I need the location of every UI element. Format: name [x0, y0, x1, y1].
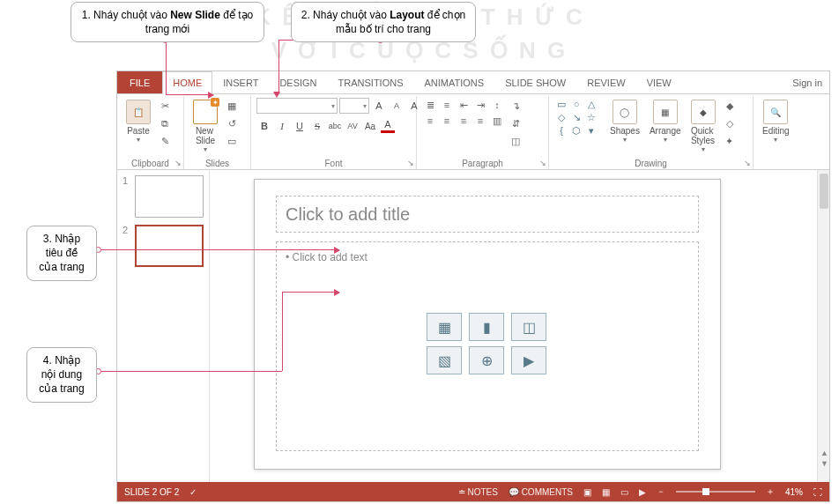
group-font: A A A B I U S abc AV Aa A Font ↘: [251, 96, 417, 169]
convert-smartart-button[interactable]: ◫: [508, 133, 523, 149]
line-spacing-button[interactable]: ↕: [489, 98, 505, 112]
notes-button[interactable]: ≐ NOTES: [458, 487, 498, 497]
tab-insert[interactable]: INSERT: [212, 71, 269, 93]
tab-animations[interactable]: ANIMATIONS: [414, 71, 495, 93]
callout-4: 4. Nhập nội dung của trang: [26, 347, 97, 403]
align-text-button[interactable]: ⇵: [508, 115, 523, 131]
grow-font-button[interactable]: A: [371, 98, 387, 114]
comments-button[interactable]: 💬 COMMENTS: [509, 487, 573, 497]
copy-button[interactable]: ⧉: [157, 115, 173, 131]
shadow-button[interactable]: abc: [327, 118, 343, 134]
quick-styles-button[interactable]: ◆ Quick Styles▾: [687, 98, 719, 155]
chevron-down-icon: ▾: [137, 136, 140, 144]
tab-review[interactable]: REVIEW: [576, 71, 635, 93]
italic-button[interactable]: I: [274, 118, 290, 134]
layout-button[interactable]: ▦: [224, 98, 240, 114]
tab-transitions[interactable]: TRANSITIONS: [328, 71, 414, 93]
slide-thumbnail-1[interactable]: [135, 175, 204, 218]
body-placeholder-text: • Click to add text: [286, 248, 689, 267]
tab-home[interactable]: HOME: [162, 71, 212, 94]
vertical-scrollbar[interactable]: ▲ ▼: [817, 170, 829, 482]
format-painter-button[interactable]: ✎: [157, 133, 173, 149]
justify-button[interactable]: ≡: [472, 114, 488, 128]
shape-outline-button[interactable]: ◇: [722, 115, 738, 131]
callout-2: 2. Nháy chuột vào Layout để chọn mẫu bố …: [291, 2, 476, 42]
dialog-launcher-icon[interactable]: ↘: [539, 159, 546, 167]
sorter-view-button[interactable]: ▦: [602, 487, 610, 497]
cut-button[interactable]: ✂: [157, 98, 173, 114]
zoom-level[interactable]: 41%: [785, 487, 803, 497]
section-button[interactable]: ▭: [224, 133, 240, 149]
insert-table-icon[interactable]: ▦: [427, 313, 462, 341]
bold-button[interactable]: B: [256, 118, 272, 134]
shape-fill-button[interactable]: ◆: [722, 98, 738, 114]
insert-online-picture-icon[interactable]: ⊕: [469, 346, 504, 374]
tab-slideshow[interactable]: SLIDE SHOW: [494, 71, 576, 93]
spell-check-icon[interactable]: ✓: [189, 487, 197, 497]
insert-smartart-icon[interactable]: ◫: [511, 313, 546, 341]
change-case-button[interactable]: Aa: [362, 118, 378, 134]
decrease-indent-button[interactable]: ⇤: [456, 98, 471, 112]
align-right-button[interactable]: ≡: [456, 114, 471, 128]
status-bar: SLIDE 2 OF 2 ✓ ≐ NOTES 💬 COMMENTS ▣ ▦ ▭ …: [117, 482, 829, 501]
slide[interactable]: Click to add title • Click to add text ▦…: [254, 179, 721, 470]
align-left-button[interactable]: ≡: [422, 114, 438, 128]
callout-1: 1. Nháy chuột vào New Slide để tạo trang…: [71, 2, 264, 42]
signin-link[interactable]: Sign in: [785, 71, 829, 93]
shapes-icon: ◯: [613, 100, 637, 124]
content-placeholder[interactable]: • Click to add text ▦ ▮ ◫ ▧ ⊕ ▶: [276, 241, 699, 451]
shapes-gallery[interactable]: ▭○△ ◇↘☆ {⬡▾: [554, 98, 604, 137]
group-slides: ✦ New Slide ▾ ▦ ↺ ▭ Slides: [184, 96, 251, 169]
shapes-button[interactable]: ◯ Shapes▾: [606, 98, 643, 145]
zoom-slider[interactable]: [676, 491, 755, 493]
font-size-combo[interactable]: [339, 98, 369, 114]
tab-file[interactable]: FILE: [117, 71, 162, 93]
group-label-font: Font: [256, 158, 411, 168]
group-label-clipboard: Clipboard: [123, 158, 178, 168]
font-name-combo[interactable]: [256, 98, 338, 114]
dialog-launcher-icon[interactable]: ↘: [174, 159, 182, 167]
dialog-launcher-icon[interactable]: ↘: [407, 159, 414, 167]
increase-indent-button[interactable]: ⇥: [472, 98, 488, 112]
group-label-slides: Slides: [189, 158, 245, 168]
numbering-button[interactable]: ≡: [439, 98, 455, 112]
content-insert-icons: ▦ ▮ ◫ ▧ ⊕ ▶: [427, 313, 548, 374]
bullets-button[interactable]: ≣: [422, 98, 438, 112]
normal-view-button[interactable]: ▣: [583, 487, 591, 497]
reset-button[interactable]: ↺: [224, 115, 240, 131]
dialog-launcher-icon[interactable]: ↘: [744, 159, 751, 167]
shrink-font-button[interactable]: A: [389, 98, 405, 114]
strike-button[interactable]: S: [309, 118, 325, 134]
slide-thumbnail-panel: 1 2: [117, 170, 210, 482]
arrange-button[interactable]: ▦ Arrange▾: [646, 98, 685, 145]
clipboard-icon: 📋: [126, 100, 151, 124]
insert-picture-icon[interactable]: ▧: [427, 346, 462, 374]
fit-to-window-button[interactable]: ⛶: [813, 487, 822, 497]
editing-button[interactable]: 🔍 Editing▾: [759, 98, 793, 145]
group-label-drawing: Drawing: [554, 158, 747, 168]
slideshow-view-button[interactable]: ▶: [639, 487, 646, 497]
slide-thumbnail-2[interactable]: [135, 225, 204, 267]
insert-chart-icon[interactable]: ▮: [469, 313, 504, 341]
slide-canvas-area: Click to add title • Click to add text ▦…: [210, 170, 829, 482]
underline-button[interactable]: U: [292, 118, 308, 134]
reading-view-button[interactable]: ▭: [620, 487, 628, 497]
new-slide-button[interactable]: ✦ New Slide ▾: [189, 98, 221, 155]
columns-button[interactable]: ▥: [489, 114, 505, 128]
group-paragraph: ≣ ≡ ⇤ ⇥ ↕ ≡ ≡ ≡ ≡ ▥ ↴: [417, 96, 549, 169]
font-color-button[interactable]: A: [380, 118, 396, 134]
text-direction-button[interactable]: ↴: [508, 98, 523, 114]
zoom-out-button[interactable]: －: [657, 485, 665, 498]
group-editing: 🔍 Editing▾: [754, 96, 799, 169]
group-clipboard: 📋 Paste ▾ ✂ ⧉ ✎ Clipboard ↘: [117, 96, 184, 169]
align-center-button[interactable]: ≡: [439, 114, 455, 128]
insert-video-icon[interactable]: ▶: [511, 346, 546, 374]
find-icon: 🔍: [763, 100, 788, 124]
zoom-in-button[interactable]: ＋: [766, 485, 775, 498]
ribbon-tabbar: FILE HOME INSERT DESIGN TRANSITIONS ANIM…: [117, 71, 829, 94]
title-placeholder[interactable]: Click to add title: [276, 196, 699, 233]
char-spacing-button[interactable]: AV: [345, 118, 360, 134]
tab-view[interactable]: VIEW: [636, 71, 682, 93]
paste-button[interactable]: 📋 Paste ▾: [123, 98, 154, 145]
shape-effects-button[interactable]: ✦: [722, 133, 738, 149]
